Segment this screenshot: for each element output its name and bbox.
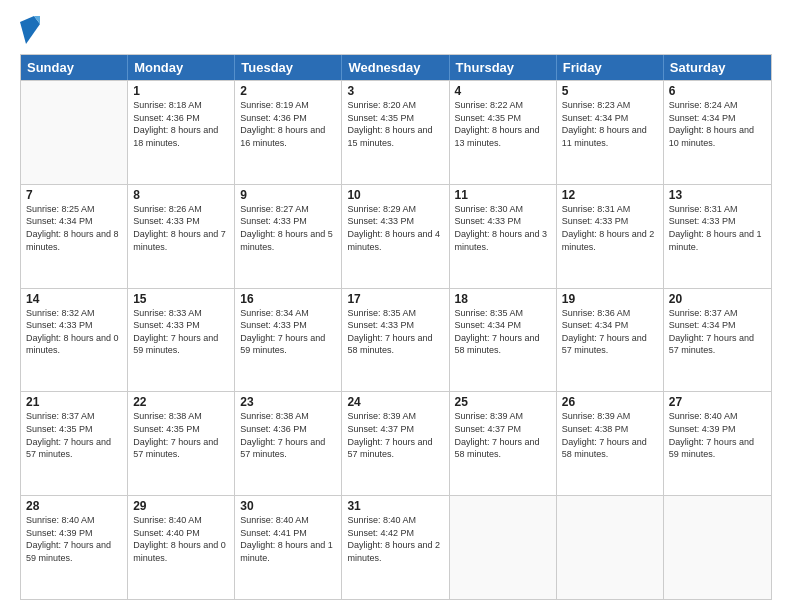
calendar-row: 21Sunrise: 8:37 AM Sunset: 4:35 PM Dayli…: [21, 391, 771, 495]
day-number: 10: [347, 188, 443, 202]
day-number: 25: [455, 395, 551, 409]
day-number: 24: [347, 395, 443, 409]
day-cell: 6Sunrise: 8:24 AM Sunset: 4:34 PM Daylig…: [664, 81, 771, 184]
day-info: Sunrise: 8:39 AM Sunset: 4:37 PM Dayligh…: [347, 410, 443, 460]
day-number: 15: [133, 292, 229, 306]
day-number: 1: [133, 84, 229, 98]
day-info: Sunrise: 8:40 AM Sunset: 4:40 PM Dayligh…: [133, 514, 229, 564]
day-info: Sunrise: 8:35 AM Sunset: 4:34 PM Dayligh…: [455, 307, 551, 357]
day-cell: 11Sunrise: 8:30 AM Sunset: 4:33 PM Dayli…: [450, 185, 557, 288]
day-cell: 4Sunrise: 8:22 AM Sunset: 4:35 PM Daylig…: [450, 81, 557, 184]
page: SundayMondayTuesdayWednesdayThursdayFrid…: [0, 0, 792, 612]
day-cell: 10Sunrise: 8:29 AM Sunset: 4:33 PM Dayli…: [342, 185, 449, 288]
day-cell: 29Sunrise: 8:40 AM Sunset: 4:40 PM Dayli…: [128, 496, 235, 599]
day-number: 22: [133, 395, 229, 409]
day-info: Sunrise: 8:37 AM Sunset: 4:35 PM Dayligh…: [26, 410, 122, 460]
empty-cell: [21, 81, 128, 184]
weekday-header: Monday: [128, 55, 235, 80]
day-cell: 7Sunrise: 8:25 AM Sunset: 4:34 PM Daylig…: [21, 185, 128, 288]
day-cell: 28Sunrise: 8:40 AM Sunset: 4:39 PM Dayli…: [21, 496, 128, 599]
calendar-row: 7Sunrise: 8:25 AM Sunset: 4:34 PM Daylig…: [21, 184, 771, 288]
day-info: Sunrise: 8:40 AM Sunset: 4:42 PM Dayligh…: [347, 514, 443, 564]
day-info: Sunrise: 8:39 AM Sunset: 4:37 PM Dayligh…: [455, 410, 551, 460]
day-cell: 17Sunrise: 8:35 AM Sunset: 4:33 PM Dayli…: [342, 289, 449, 392]
day-info: Sunrise: 8:18 AM Sunset: 4:36 PM Dayligh…: [133, 99, 229, 149]
day-cell: 1Sunrise: 8:18 AM Sunset: 4:36 PM Daylig…: [128, 81, 235, 184]
day-cell: 22Sunrise: 8:38 AM Sunset: 4:35 PM Dayli…: [128, 392, 235, 495]
day-cell: 14Sunrise: 8:32 AM Sunset: 4:33 PM Dayli…: [21, 289, 128, 392]
day-info: Sunrise: 8:40 AM Sunset: 4:41 PM Dayligh…: [240, 514, 336, 564]
day-cell: 8Sunrise: 8:26 AM Sunset: 4:33 PM Daylig…: [128, 185, 235, 288]
day-number: 26: [562, 395, 658, 409]
day-number: 29: [133, 499, 229, 513]
day-info: Sunrise: 8:25 AM Sunset: 4:34 PM Dayligh…: [26, 203, 122, 253]
day-info: Sunrise: 8:29 AM Sunset: 4:33 PM Dayligh…: [347, 203, 443, 253]
day-cell: 30Sunrise: 8:40 AM Sunset: 4:41 PM Dayli…: [235, 496, 342, 599]
day-number: 23: [240, 395, 336, 409]
day-cell: 9Sunrise: 8:27 AM Sunset: 4:33 PM Daylig…: [235, 185, 342, 288]
calendar: SundayMondayTuesdayWednesdayThursdayFrid…: [20, 54, 772, 600]
day-cell: 23Sunrise: 8:38 AM Sunset: 4:36 PM Dayli…: [235, 392, 342, 495]
day-info: Sunrise: 8:26 AM Sunset: 4:33 PM Dayligh…: [133, 203, 229, 253]
day-info: Sunrise: 8:20 AM Sunset: 4:35 PM Dayligh…: [347, 99, 443, 149]
day-cell: 3Sunrise: 8:20 AM Sunset: 4:35 PM Daylig…: [342, 81, 449, 184]
day-number: 4: [455, 84, 551, 98]
day-number: 8: [133, 188, 229, 202]
calendar-body: 1Sunrise: 8:18 AM Sunset: 4:36 PM Daylig…: [21, 80, 771, 599]
day-number: 19: [562, 292, 658, 306]
day-info: Sunrise: 8:32 AM Sunset: 4:33 PM Dayligh…: [26, 307, 122, 357]
weekday-header: Tuesday: [235, 55, 342, 80]
day-number: 5: [562, 84, 658, 98]
day-info: Sunrise: 8:38 AM Sunset: 4:36 PM Dayligh…: [240, 410, 336, 460]
calendar-header: SundayMondayTuesdayWednesdayThursdayFrid…: [21, 55, 771, 80]
day-cell: 21Sunrise: 8:37 AM Sunset: 4:35 PM Dayli…: [21, 392, 128, 495]
day-number: 20: [669, 292, 766, 306]
day-cell: 2Sunrise: 8:19 AM Sunset: 4:36 PM Daylig…: [235, 81, 342, 184]
day-info: Sunrise: 8:36 AM Sunset: 4:34 PM Dayligh…: [562, 307, 658, 357]
day-cell: 24Sunrise: 8:39 AM Sunset: 4:37 PM Dayli…: [342, 392, 449, 495]
day-number: 16: [240, 292, 336, 306]
day-number: 6: [669, 84, 766, 98]
day-info: Sunrise: 8:40 AM Sunset: 4:39 PM Dayligh…: [669, 410, 766, 460]
day-number: 21: [26, 395, 122, 409]
day-cell: 27Sunrise: 8:40 AM Sunset: 4:39 PM Dayli…: [664, 392, 771, 495]
day-cell: 31Sunrise: 8:40 AM Sunset: 4:42 PM Dayli…: [342, 496, 449, 599]
day-number: 30: [240, 499, 336, 513]
day-cell: 25Sunrise: 8:39 AM Sunset: 4:37 PM Dayli…: [450, 392, 557, 495]
svg-marker-0: [20, 16, 40, 44]
day-number: 7: [26, 188, 122, 202]
day-info: Sunrise: 8:33 AM Sunset: 4:33 PM Dayligh…: [133, 307, 229, 357]
day-info: Sunrise: 8:39 AM Sunset: 4:38 PM Dayligh…: [562, 410, 658, 460]
day-info: Sunrise: 8:37 AM Sunset: 4:34 PM Dayligh…: [669, 307, 766, 357]
day-cell: 26Sunrise: 8:39 AM Sunset: 4:38 PM Dayli…: [557, 392, 664, 495]
logo: [20, 16, 42, 44]
day-info: Sunrise: 8:23 AM Sunset: 4:34 PM Dayligh…: [562, 99, 658, 149]
day-info: Sunrise: 8:19 AM Sunset: 4:36 PM Dayligh…: [240, 99, 336, 149]
day-number: 31: [347, 499, 443, 513]
day-info: Sunrise: 8:38 AM Sunset: 4:35 PM Dayligh…: [133, 410, 229, 460]
day-cell: 19Sunrise: 8:36 AM Sunset: 4:34 PM Dayli…: [557, 289, 664, 392]
day-number: 17: [347, 292, 443, 306]
day-number: 9: [240, 188, 336, 202]
day-cell: 12Sunrise: 8:31 AM Sunset: 4:33 PM Dayli…: [557, 185, 664, 288]
day-number: 11: [455, 188, 551, 202]
weekday-header: Wednesday: [342, 55, 449, 80]
day-number: 27: [669, 395, 766, 409]
day-cell: 13Sunrise: 8:31 AM Sunset: 4:33 PM Dayli…: [664, 185, 771, 288]
day-info: Sunrise: 8:27 AM Sunset: 4:33 PM Dayligh…: [240, 203, 336, 253]
empty-cell: [664, 496, 771, 599]
day-cell: 5Sunrise: 8:23 AM Sunset: 4:34 PM Daylig…: [557, 81, 664, 184]
logo-icon: [20, 16, 40, 44]
empty-cell: [557, 496, 664, 599]
day-number: 13: [669, 188, 766, 202]
weekday-header: Sunday: [21, 55, 128, 80]
day-info: Sunrise: 8:24 AM Sunset: 4:34 PM Dayligh…: [669, 99, 766, 149]
weekday-header: Saturday: [664, 55, 771, 80]
day-info: Sunrise: 8:31 AM Sunset: 4:33 PM Dayligh…: [669, 203, 766, 253]
day-info: Sunrise: 8:30 AM Sunset: 4:33 PM Dayligh…: [455, 203, 551, 253]
day-number: 18: [455, 292, 551, 306]
day-info: Sunrise: 8:35 AM Sunset: 4:33 PM Dayligh…: [347, 307, 443, 357]
day-number: 14: [26, 292, 122, 306]
day-number: 12: [562, 188, 658, 202]
day-info: Sunrise: 8:31 AM Sunset: 4:33 PM Dayligh…: [562, 203, 658, 253]
